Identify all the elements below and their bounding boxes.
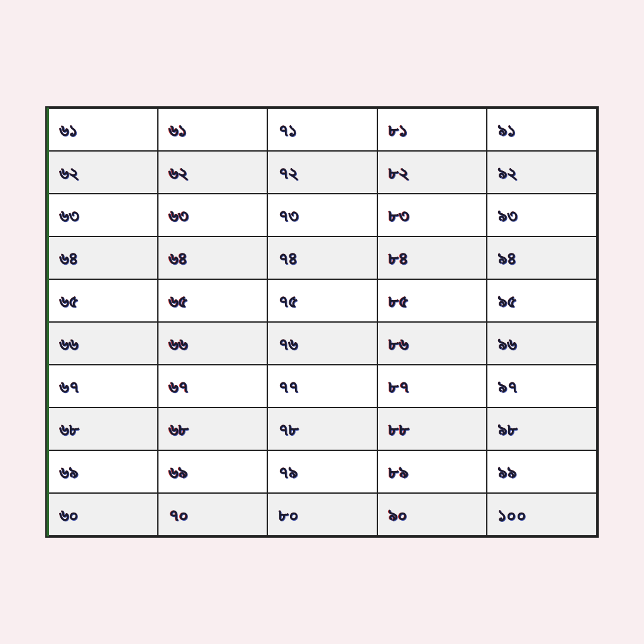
table-cell: ৮২: [377, 151, 487, 194]
cell-value: ৭৭: [278, 376, 298, 397]
bengali-numbers-grid: ৬১৬১৭১৮১৯১৬২৬২৭২৮২৯২৬৩৬৩৭৩৮৩৯৩৬৪৬৪৭৪৮৪৯৪…: [47, 108, 597, 536]
table-cell: ৬৫: [158, 279, 268, 322]
cell-value: ৬৫: [59, 291, 79, 311]
table-cell: ৬৫: [48, 279, 158, 322]
cell-value: ৯০: [388, 504, 408, 525]
cell-value: ৬৪: [169, 248, 188, 269]
table-cell: ৯৭: [487, 365, 597, 408]
table-cell: ৯৫: [487, 279, 597, 322]
cell-value: ৬৬: [59, 333, 78, 354]
cell-value: ১০০: [497, 504, 526, 525]
table-cell: ৬২: [48, 151, 158, 194]
table-cell: ৭৬: [267, 322, 377, 365]
table-cell: ৮৯: [377, 450, 487, 493]
table-cell: ৭৭: [267, 365, 377, 408]
cell-value: ৬৬: [169, 333, 187, 354]
cell-value: ৮৪: [388, 248, 409, 269]
cell-value: ৮৬: [388, 333, 408, 354]
table-cell: ৬১: [158, 108, 268, 151]
cell-value: ৯১: [497, 119, 516, 140]
table-cell: ৮৫: [377, 279, 487, 322]
table-cell: ৭৩: [267, 194, 377, 236]
cell-value: ৬৯: [59, 462, 78, 482]
table-cell: ৭৮: [267, 408, 377, 450]
cell-value: ৬৫: [169, 291, 188, 311]
cell-value: ৮১: [388, 119, 408, 140]
cell-value: ৯২: [497, 162, 516, 183]
cell-value: ৮২: [388, 162, 408, 183]
table-cell: ৬০: [48, 493, 158, 536]
table-cell: ৯১: [487, 108, 597, 151]
table-cell: ৬৬: [158, 322, 268, 365]
cell-value: ৮৯: [388, 462, 408, 482]
table-cell: ৭৪: [267, 236, 377, 279]
cell-value: ৬৮: [59, 419, 79, 440]
table-cell: ৬৮: [48, 408, 158, 450]
table-cell: ৭৫: [267, 279, 377, 322]
table-cell: ৮৪: [377, 236, 487, 279]
cell-value: ৬০: [59, 504, 79, 525]
cell-value: ৭৮: [278, 419, 299, 440]
cell-value: ৯৫: [497, 291, 517, 311]
table-cell: ৬২: [158, 151, 268, 194]
table-cell: ৯৩: [487, 194, 597, 236]
table-cell: ৬৪: [158, 236, 268, 279]
cell-value: ৬৩: [169, 205, 189, 226]
cell-value: ৯৬: [497, 333, 516, 354]
cell-value: ৭১: [278, 119, 297, 140]
cell-value: ৭২: [278, 162, 297, 183]
table-cell: ৯৪: [487, 236, 597, 279]
table-cell: ৭১: [267, 108, 377, 151]
table-cell: ৬৭: [158, 365, 268, 408]
cell-value: ৭৩: [278, 205, 299, 226]
cell-value: ৬৮: [169, 419, 189, 440]
cell-value: ৬৯: [169, 462, 187, 482]
cell-value: ৬৭: [59, 376, 79, 397]
cell-value: ৬১: [169, 119, 187, 140]
table-cell: ৬১: [48, 108, 158, 151]
table-cell: ৯৬: [487, 322, 597, 365]
table-cell: ৯২: [487, 151, 597, 194]
cell-value: ৬২: [59, 162, 78, 183]
number-table: ৬১৬১৭১৮১৯১৬২৬২৭২৮২৯২৬৩৬৩৭৩৮৩৯৩৬৪৬৪৭৪৮৪৯৪…: [45, 106, 599, 538]
cell-value: ৭৬: [278, 333, 297, 354]
table-cell: ১০০: [487, 493, 597, 536]
cell-value: ৮৫: [388, 291, 409, 311]
cell-value: ৬৭: [169, 376, 188, 397]
cell-value: ৯৮: [497, 419, 518, 440]
cell-value: ৬৪: [59, 248, 79, 269]
table-cell: ৮৭: [377, 365, 487, 408]
table-cell: ৮০: [267, 493, 377, 536]
table-cell: ৬৩: [158, 194, 268, 236]
cell-value: ৯৩: [497, 205, 518, 226]
cell-value: ৬৩: [59, 205, 79, 226]
table-cell: ৯৮: [487, 408, 597, 450]
cell-value: ৮৭: [388, 376, 409, 397]
cell-value: ৬২: [169, 162, 187, 183]
cell-value: ৯৯: [497, 462, 516, 482]
cell-value: ৬১: [59, 119, 77, 140]
table-cell: ৮৩: [377, 194, 487, 236]
table-cell: ৮৮: [377, 408, 487, 450]
cell-value: ৯৭: [497, 376, 517, 397]
table-cell: ৯৯: [487, 450, 597, 493]
table-cell: ৭২: [267, 151, 377, 194]
cell-value: ৭৯: [278, 462, 297, 482]
cell-value: ৭৫: [278, 291, 298, 311]
table-cell: ৮৬: [377, 322, 487, 365]
cell-value: ৭৪: [278, 248, 298, 269]
table-cell: ৮১: [377, 108, 487, 151]
table-cell: ৬৩: [48, 194, 158, 236]
table-cell: ৬৯: [158, 450, 268, 493]
cell-value: ৮৩: [388, 205, 409, 226]
table-cell: ৬৮: [158, 408, 268, 450]
table-cell: ৬৪: [48, 236, 158, 279]
table-cell: ৭৯: [267, 450, 377, 493]
cell-value: ৯৪: [497, 248, 517, 269]
cell-value: ৮০: [278, 504, 299, 525]
table-cell: ৭০: [158, 493, 268, 536]
table-cell: ৬৬: [48, 322, 158, 365]
table-cell: ৬৭: [48, 365, 158, 408]
table-cell: ৯০: [377, 493, 487, 536]
cell-value: ৭০: [169, 504, 189, 525]
